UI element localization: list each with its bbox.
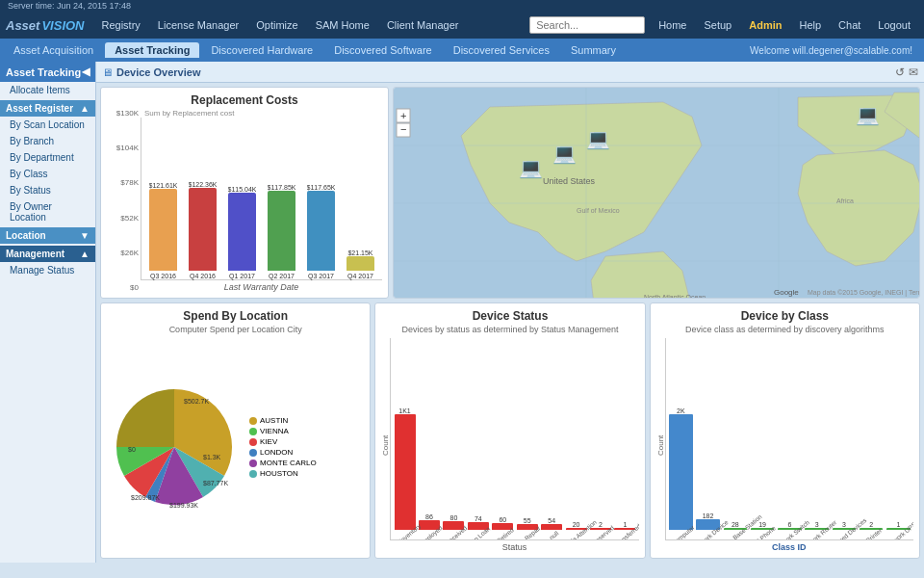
sidebar-manage-status[interactable]: Manage Status	[0, 262, 95, 278]
tab-title: Device Overview	[116, 66, 200, 78]
x-axis-label: Last Warranty Date	[141, 282, 382, 292]
sidebar-by-department[interactable]: By Department	[0, 149, 95, 166]
tab-asset-acquisition[interactable]: Asset Acquisition	[4, 42, 103, 58]
legend-vienna: VIENNA	[249, 427, 317, 435]
class-y-axis-label: Count	[656, 338, 665, 552]
tab-asset-tracking[interactable]: Asset Tracking	[105, 42, 199, 58]
search-area: Home Setup Admin Help Chat Logout	[529, 16, 918, 34]
tab-discovered-software[interactable]: Discovered Software	[324, 42, 442, 58]
second-navigation: Asset Acquisition Asset Tracking Discove…	[0, 39, 924, 62]
right-links: Home Setup Admin Help Chat Logout	[651, 16, 918, 34]
email-icon[interactable]: ✉	[909, 66, 918, 79]
nav-sam-home[interactable]: SAM Home	[308, 16, 377, 34]
sidebar-by-scan[interactable]: By Scan Location	[0, 117, 95, 133]
bar[interactable]	[149, 189, 178, 271]
bar[interactable]	[228, 193, 257, 271]
class-bar-group: 3Managed Devices	[831, 340, 857, 539]
class-bar-group: 28Wireless Base Station	[722, 340, 748, 539]
device-class-title: Device by Class	[656, 309, 913, 323]
nav-registry[interactable]: Registry	[94, 16, 148, 34]
nav-chat[interactable]: Chat	[831, 16, 868, 34]
app-logo: AssetVISION	[6, 18, 85, 33]
bar[interactable]	[268, 191, 296, 271]
tab-actions: ↺ ✉	[895, 66, 918, 79]
class-bar-group: 6Network Switch	[777, 340, 803, 539]
status-bar-value: 20	[573, 521, 580, 528]
sidebar-asset-register[interactable]: Asset Register ▲	[0, 100, 95, 117]
sidebar-by-owner[interactable]: By Owner Location	[0, 198, 95, 225]
bar[interactable]	[346, 256, 375, 271]
sidebar-location[interactable]: Location ▼	[0, 227, 95, 244]
nav-help[interactable]: Help	[791, 16, 829, 34]
nav-optimize[interactable]: Optimize	[248, 16, 305, 34]
y-label-0: $130K	[109, 109, 139, 118]
legend-austin: AUSTIN	[249, 416, 317, 425]
class-bar-group: 3Network Router	[804, 340, 830, 539]
nav-client-manager[interactable]: Client Manager	[379, 16, 467, 34]
laptop-us-1: 💻	[519, 156, 543, 179]
svg-text:North Atlantic Ocean: North Atlantic Ocean	[644, 294, 706, 298]
status-chart: 1K1In Inventory86Deployed80Received74On …	[390, 338, 638, 540]
status-bar-group: 60Retired	[491, 340, 514, 539]
status-bar[interactable]	[395, 414, 416, 530]
tab-summary[interactable]: Summary	[561, 42, 626, 58]
svg-text:Gulf of Mexico: Gulf of Mexico	[577, 207, 620, 214]
legend-london: LONDON	[249, 448, 317, 457]
bar[interactable]	[189, 188, 218, 271]
sidebar-allocate[interactable]: Allocate Items	[0, 82, 95, 98]
tab-discovered-hardware[interactable]: Discovered Hardware	[201, 42, 322, 58]
nav-home[interactable]: Home	[651, 16, 694, 34]
class-bar-group: 1Network UPS	[886, 340, 911, 539]
sidebar-collapse-icon[interactable]: ◀	[82, 66, 90, 78]
status-bar-value: 54	[548, 517, 555, 524]
bar-group: $115.04KQ1 2017	[224, 118, 260, 279]
laptop-us-3: 💻	[586, 127, 610, 150]
refresh-icon[interactable]: ↺	[895, 66, 905, 79]
nav-logout[interactable]: Logout	[870, 16, 918, 34]
class-bar-group: 19IP Phone	[749, 340, 775, 539]
nav-admin[interactable]: Admin	[741, 16, 789, 34]
nav-license-manager[interactable]: License Manager	[150, 16, 246, 34]
status-bar-group: 54null	[540, 340, 563, 539]
class-bar-value: 19	[758, 521, 766, 528]
svg-text:United States: United States	[543, 176, 596, 186]
tab-bar: 🖥 Device Overview ↺ ✉	[96, 62, 924, 83]
device-status-card: Device Status Devices by status as deter…	[374, 302, 645, 559]
class-bar[interactable]	[669, 414, 693, 530]
class-chart: 2KComputer182Network Device28Wireless Ba…	[665, 338, 913, 540]
map-svg: United States Gulf of Mexico North Atlan…	[394, 88, 919, 298]
bar[interactable]	[307, 191, 336, 271]
sidebar-by-class[interactable]: By Class	[0, 166, 95, 182]
sidebar: Asset Tracking ◀ Allocate Items Asset Re…	[0, 62, 96, 563]
bar-label: Q4 2016	[190, 273, 216, 279]
sidebar-title: Asset Tracking	[6, 66, 81, 78]
location-label: Location	[6, 230, 46, 241]
class-bar-group: 2KComputer	[668, 340, 694, 539]
sidebar-header[interactable]: Asset Tracking ◀	[0, 62, 95, 82]
search-input[interactable]	[529, 16, 645, 34]
status-bar[interactable]	[541, 524, 562, 530]
status-bar-group: 2Reserved	[589, 340, 612, 539]
spend-title: Spend By Location	[107, 309, 364, 323]
asset-register-chevron: ▲	[80, 103, 90, 114]
status-bar-value: 1K1	[398, 407, 410, 414]
status-bar-value: 55	[524, 517, 531, 524]
sidebar-by-branch[interactable]: By Branch	[0, 133, 95, 149]
status-bar-group: 86Deployed	[418, 340, 441, 539]
pie-chart: $502.7K $209.87K $199.93K $87.77K $1.3K …	[107, 384, 242, 510]
svg-text:$199.93K: $199.93K	[169, 502, 198, 509]
bar-value: $21.15K	[347, 250, 372, 256]
device-status-subtitle: Devices by status as determined by Statu…	[381, 325, 638, 334]
svg-text:Map data ©2015 Google, INEGI |: Map data ©2015 Google, INEGI | Terms of …	[808, 289, 919, 297]
logo-asset: Asset	[6, 18, 39, 33]
svg-text:$1.3K: $1.3K	[203, 454, 221, 460]
svg-text:−: −	[400, 123, 406, 135]
tab-discovered-services[interactable]: Discovered Services	[444, 42, 559, 58]
device-class-subtitle: Device class as determined by discovery …	[656, 325, 913, 334]
nav-setup[interactable]: Setup	[696, 16, 739, 34]
logo-vision: VISION	[41, 18, 84, 33]
svg-text:$87.77K: $87.77K	[203, 480, 228, 486]
sidebar-management[interactable]: Management ▲	[0, 246, 95, 262]
sidebar-by-status[interactable]: By Status	[0, 182, 95, 198]
asset-register-label: Asset Register	[6, 103, 73, 114]
